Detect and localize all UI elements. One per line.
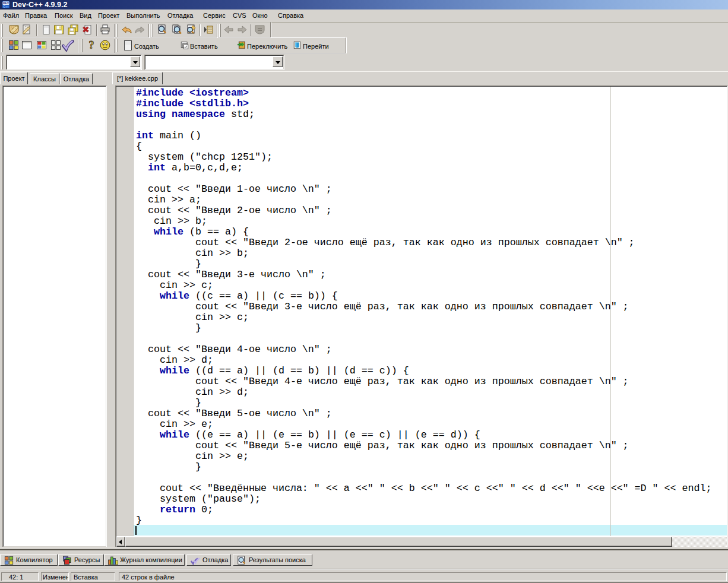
- svg-text:C++: C++: [3, 5, 9, 8]
- svg-text:?: ?: [89, 39, 94, 51]
